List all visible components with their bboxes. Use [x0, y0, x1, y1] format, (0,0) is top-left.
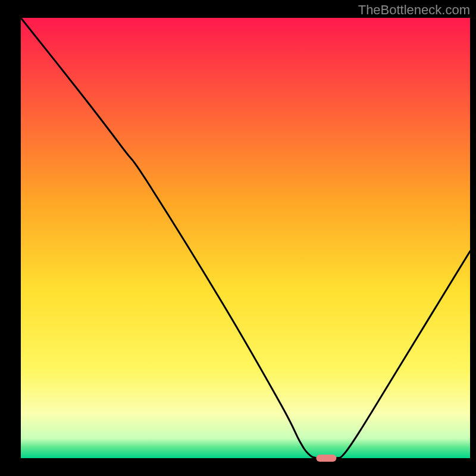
- chart-container: TheBottleneck.com: [0, 0, 476, 476]
- optimal-marker: [316, 455, 336, 462]
- watermark-text: TheBottleneck.com: [358, 2, 470, 18]
- plot-background: [21, 18, 470, 458]
- bottleneck-chart: [0, 0, 476, 476]
